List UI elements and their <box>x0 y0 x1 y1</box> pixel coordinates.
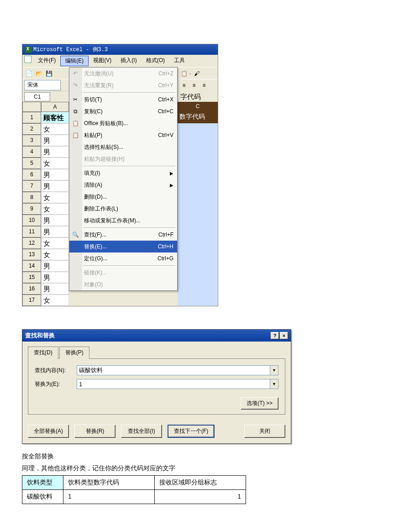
menu-goto-label: 定位(G)... <box>84 255 107 263</box>
row-header-5[interactable]: 5 <box>22 158 41 169</box>
cell-a12[interactable]: 女 <box>41 237 69 249</box>
row-header-3[interactable]: 3 <box>22 135 41 146</box>
menu-undo: ↶无法撤消(U)Ctrl+Z <box>69 68 177 79</box>
row-header-1[interactable]: 1 <box>22 112 41 123</box>
replace-dropdown-icon[interactable]: ▼ <box>270 379 278 389</box>
row-header-9[interactable]: 9 <box>22 203 41 215</box>
dialog-tabs: 查找(D) 替换(P) <box>28 346 285 358</box>
cell-a13[interactable]: 女 <box>41 249 69 260</box>
find-label: 查找内容(N): <box>35 367 77 374</box>
menu-move-copy[interactable]: 移动或复制工作表(M)... <box>69 215 177 226</box>
menu-format[interactable]: 格式(O) <box>142 56 169 66</box>
find-all-button[interactable]: 查找全部(I) <box>121 425 162 438</box>
formatting-right: ≡ ≡ ≡ <box>178 79 218 91</box>
menu-delete-label: 删除(D)... <box>84 193 107 201</box>
find-replace-dialog: 查找和替换 ? × 查找(D) 替换(P) 查找内容(N): ▼ <box>22 329 291 444</box>
formatting-toolbar: 宋体 <box>22 79 69 91</box>
options-button[interactable]: 选项(T) >> <box>241 397 278 410</box>
new-icon[interactable]: 📄 <box>24 69 33 78</box>
find-dropdown-icon[interactable]: ▼ <box>270 365 278 375</box>
menu-separator <box>83 92 175 93</box>
menu-paste-special[interactable]: 选择性粘贴(S)... <box>69 141 177 153</box>
menu-goto-shortcut: Ctrl+G <box>158 255 173 262</box>
cell-a8[interactable]: 女 <box>41 192 69 203</box>
menu-delete[interactable]: 删除(D)... <box>69 191 177 203</box>
menu-replace[interactable]: 替换(E)...Ctrl+H <box>69 241 177 252</box>
menu-paste-label: 粘贴(P) <box>84 132 102 139</box>
align-left-icon[interactable]: ≡ <box>179 81 189 90</box>
cell-a4[interactable]: 男 <box>41 146 69 158</box>
menu-clipboard[interactable]: 📋Office 剪贴板(B)... <box>69 117 177 129</box>
name-box[interactable]: C1 <box>24 92 50 101</box>
row-header-17[interactable]: 17 <box>22 295 41 306</box>
paste-icon[interactable]: 📋 <box>179 69 189 78</box>
align-center-icon[interactable]: ≡ <box>189 81 199 90</box>
menu-view[interactable]: 视图(V) <box>89 56 116 66</box>
menu-separator <box>83 166 175 166</box>
menu-copy[interactable]: ⧉复制(C)Ctrl+C <box>69 105 177 117</box>
replace-label: 替换为(E): <box>35 380 77 388</box>
close-button[interactable]: 关闭 <box>244 425 285 438</box>
replace-input[interactable] <box>77 379 270 389</box>
cell-a16[interactable]: 男 <box>41 283 69 295</box>
tab-replace[interactable]: 替换(P) <box>59 347 89 359</box>
menu-separator <box>83 227 175 228</box>
cell-a3[interactable]: 男 <box>41 135 69 146</box>
row-header-10[interactable]: 10 <box>22 215 41 226</box>
align-right-icon[interactable]: ≡ <box>200 81 209 90</box>
toolbar-right: 📋 · 🖌 <box>178 67 218 79</box>
row-header-12[interactable]: 12 <box>22 237 41 249</box>
cell-a1[interactable]: 顾客性 <box>41 112 69 123</box>
select-all-corner[interactable] <box>22 102 41 112</box>
cell-c1[interactable]: 数字代码 <box>178 112 218 123</box>
selected-column-area[interactable]: C 数字代码 <box>178 102 218 306</box>
close-icon[interactable]: × <box>280 332 288 339</box>
font-name-box[interactable]: 宋体 <box>24 80 61 90</box>
row-header-14[interactable]: 14 <box>22 260 41 272</box>
menu-insert[interactable]: 插入(I) <box>116 56 141 66</box>
menu-edit[interactable]: 编辑(E) <box>60 56 89 66</box>
cell-a10[interactable]: 男 <box>41 215 69 226</box>
cell-a15[interactable]: 男 <box>41 272 69 283</box>
row-header-16[interactable]: 16 <box>22 283 41 295</box>
menu-tools[interactable]: 工具 <box>169 56 189 66</box>
menu-goto[interactable]: 定位(G)...Ctrl+G <box>69 252 177 264</box>
cell-a11[interactable]: 男 <box>41 226 69 237</box>
menu-replace-shortcut: Ctrl+H <box>158 243 173 250</box>
replace-button[interactable]: 替换(R) <box>74 425 116 438</box>
save-icon[interactable]: 💾 <box>44 69 53 78</box>
menu-find[interactable]: 🔍查找(F)...Ctrl+F <box>69 229 177 241</box>
find-next-button[interactable]: 查找下一个(F) <box>168 425 215 438</box>
menu-paste[interactable]: 📋粘贴(P)Ctrl+V <box>69 129 177 141</box>
cell-a14[interactable]: 男 <box>41 260 69 272</box>
help-button[interactable]: ? <box>271 332 279 339</box>
row-header-8[interactable]: 8 <box>22 192 41 203</box>
cell-a7[interactable]: 男 <box>41 180 69 192</box>
tab-find[interactable]: 查找(D) <box>28 347 58 359</box>
row-header-2[interactable]: 2 <box>22 123 41 135</box>
menu-file[interactable]: 文件(F) <box>33 56 60 66</box>
menu-links-label: 链接(K)... <box>84 269 107 277</box>
cell-a2[interactable]: 女 <box>41 123 69 135</box>
cell-a6[interactable]: 男 <box>41 169 69 180</box>
col-header-a[interactable]: A <box>41 102 69 112</box>
col-header-c[interactable]: C <box>178 102 218 112</box>
open-icon[interactable]: 📂 <box>34 69 43 78</box>
menu-links: 链接(K)... <box>69 267 177 279</box>
menu-delete-sheet[interactable]: 删除工作表(L) <box>69 203 177 215</box>
cell-a17[interactable]: 女 <box>41 295 69 306</box>
replace-all-button[interactable]: 全部替换(A) <box>28 425 69 438</box>
row-header-4[interactable]: 4 <box>22 146 41 158</box>
menu-fill[interactable]: 填充(I)▶ <box>69 167 177 179</box>
find-input[interactable] <box>77 365 270 375</box>
row-header-7[interactable]: 7 <box>22 180 41 192</box>
row-header-15[interactable]: 15 <box>22 272 41 283</box>
menu-clear[interactable]: 清除(A)▶ <box>69 179 177 191</box>
row-header-6[interactable]: 6 <box>22 169 41 180</box>
row-header-13[interactable]: 13 <box>22 249 41 260</box>
menu-cut[interactable]: ✂剪切(T)Ctrl+X <box>69 94 177 105</box>
row-header-11[interactable]: 11 <box>22 226 41 237</box>
format-painter-icon[interactable]: 🖌 <box>192 69 201 78</box>
cell-a9[interactable]: 女 <box>41 203 69 215</box>
cell-a5[interactable]: 女 <box>41 158 69 169</box>
